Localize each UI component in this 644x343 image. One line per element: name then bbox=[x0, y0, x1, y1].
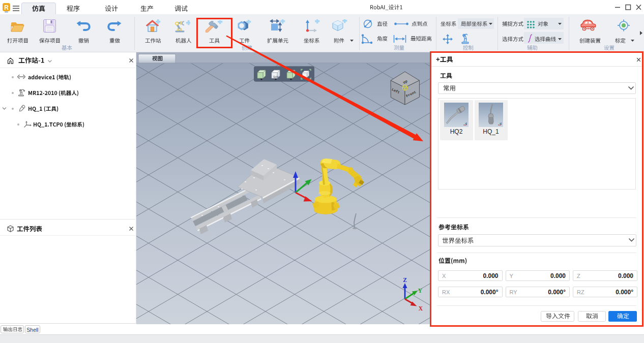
svg-text:X: X bbox=[419, 305, 423, 311]
svg-text:Solid: Solid bbox=[273, 76, 279, 78]
svg-text:R: R bbox=[4, 4, 9, 11]
svg-text:Y: Y bbox=[418, 288, 423, 294]
svg-text:Z: Z bbox=[403, 277, 407, 283]
